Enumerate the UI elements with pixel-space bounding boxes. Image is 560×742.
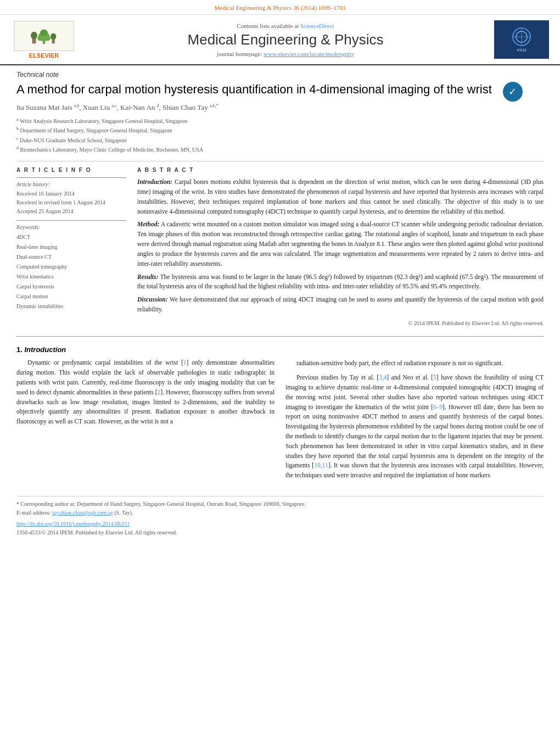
history-label: Article history: [16, 181, 126, 187]
keywords-block: Keywords: 4DCT Real-time imaging Dual-so… [16, 220, 126, 311]
journal-title-text: Medical Engineering & Physics [77, 31, 494, 48]
affiliation-a: a Wrist Analysis Research Laboratory, Si… [16, 116, 544, 126]
received-date: Received 16 January 2014 [16, 189, 126, 198]
keyword-realtime: Real-time imaging [16, 242, 126, 252]
elsevier-tree-icon [27, 28, 60, 44]
elsevier-logo: ELSEVIER [11, 20, 77, 59]
abstract-results: Results: The hysteresis area was found t… [137, 272, 544, 292]
title-section: A method for carpal motion hysteresis qu… [16, 82, 544, 103]
journal-header: ELSEVIER Contents lists available at Sci… [0, 15, 560, 65]
section-name: Introduction [24, 345, 66, 354]
copyright-line: © 2014 IPEM. Published by Elsevier Ltd. … [137, 319, 544, 328]
discussion-text: We have demonstrated that our approach o… [137, 296, 544, 313]
keyword-carpal-hysteresis: Carpal hysteresis [16, 282, 126, 292]
accepted-date: Accepted 25 August 2014 [16, 207, 126, 216]
svg-text:IPEM: IPEM [517, 48, 526, 52]
keyword-dualsource: Dual-source CT [16, 252, 126, 262]
article-title: A method for carpal motion hysteresis qu… [16, 82, 492, 98]
journal-title-block: Contents lists available at ScienceDirec… [77, 23, 494, 57]
intro-text: Carpal bones motions exhibit hysteresis … [137, 178, 544, 214]
svg-point-3 [37, 36, 43, 41]
svg-point-6 [31, 31, 37, 39]
intro-para-2: radiation-sensitive body part, the effec… [285, 359, 544, 369]
abstract-discussion: Discussion: We have demonstrated that ou… [137, 295, 544, 315]
authors-line: Ita Suzana Mat Jais a,b, Xuan Liu a,c, K… [16, 103, 544, 112]
introduction-section: 1. Introduction Dynamic or predynamic ca… [16, 345, 544, 485]
intro-right-text: radiation-sensitive body part, the effec… [285, 359, 544, 481]
sciencedirect-link[interactable]: ScienceDirect [300, 23, 334, 29]
doi-line[interactable]: http://dx.doi.org/10.1016/j.medengphy.20… [16, 520, 544, 528]
body-divider [16, 336, 544, 337]
elsevier-name-text: ELSEVIER [29, 52, 59, 59]
abstract-intro: Introduction: Carpal bones motions exhib… [137, 177, 544, 216]
svg-point-4 [45, 36, 51, 41]
keyword-dynamic: Dynamic instabilities [16, 302, 126, 311]
article-history-block: Article history: Received 16 January 201… [16, 177, 126, 216]
journal-logo-icon: IPEM [500, 23, 544, 56]
affiliation-c: c Duke-NUS Graduate Medical School, Sing… [16, 136, 544, 145]
homepage-text: journal homepage: [217, 51, 262, 57]
article-body: Technical note A method for carpal motio… [0, 65, 560, 548]
issn-line: 1350-4533/© 2014 IPEM. Published by Else… [16, 528, 544, 537]
affiliations-block: a Wrist Analysis Research Laboratory, Si… [16, 116, 544, 154]
discussion-label: Discussion: [137, 296, 168, 303]
revised-date: Received in revised form 1 August 2014 [16, 198, 126, 207]
journal-citation-text: Medical Engineering & Physics 36 (2014) … [215, 4, 345, 11]
results-text: The hysteresis area was found to be larg… [137, 274, 544, 290]
intro-left-text: Dynamic or predynamic carpal instabiliti… [16, 358, 275, 427]
abstract-heading: A B S T R A C T [137, 167, 544, 173]
affiliation-b: b Department of Hand Surgery, Singapore … [16, 126, 544, 135]
intro-left-col: 1. Introduction Dynamic or predynamic ca… [16, 345, 275, 485]
journal-logo: IPEM [494, 20, 549, 59]
affiliation-d: d Biomechanics Laboratory, Mayo Clinic C… [16, 145, 544, 154]
method-text: A cadaveric wrist mounted on a custom mo… [137, 221, 544, 266]
footnotes-area: * Corresponding author at: Department of… [16, 496, 544, 537]
keyword-ct: Computed tomography [16, 262, 126, 272]
article-info-heading: A R T I C L E I N F O [16, 167, 126, 173]
homepage-link[interactable]: www.elsevier.com/locate/medengphy [264, 51, 354, 57]
elsevier-image [14, 21, 74, 51]
contents-available-line: Contents lists available at ScienceDirec… [77, 23, 494, 29]
keyword-wrist: Wrist kinematics [16, 272, 126, 282]
keywords-label: Keywords: [16, 224, 126, 230]
results-label: Results: [137, 274, 158, 280]
article-type-label: Technical note [16, 71, 544, 79]
journal-citation-bar: Medical Engineering & Physics 36 (2014) … [0, 0, 560, 15]
crossmark-badge[interactable] [503, 82, 523, 102]
abstract-col: A B S T R A C T Introduction: Carpal bon… [137, 167, 544, 327]
email-address: E-mail address: tay.shian.chao@sgh.com.s… [16, 509, 544, 517]
contents-text: Contents lists available at [237, 23, 299, 29]
intro-right-col: radiation-sensitive body part, the effec… [285, 345, 544, 485]
section-title: 1. Introduction [16, 345, 275, 354]
abstract-text: Introduction: Carpal bones motions exhib… [137, 177, 544, 327]
header-divider [16, 161, 544, 161]
intro-label: Introduction: [137, 178, 172, 185]
svg-point-2 [40, 29, 48, 36]
article-info-col: A R T I C L E I N F O Article history: R… [16, 167, 126, 327]
svg-point-8 [51, 33, 56, 40]
email-link[interactable]: tay.shian.chao@sgh.com.sg [52, 510, 113, 516]
keyword-carpal-motion: Carpal motion [16, 292, 126, 302]
email-person: (S. Tay). [114, 510, 133, 516]
doi-link[interactable]: http://dx.doi.org/10.1016/j.medengphy.20… [16, 521, 130, 527]
intro-para-1: Dynamic or predynamic carpal instabiliti… [16, 358, 275, 427]
abstract-method: Method: A cadaveric wrist mounted on a c… [137, 220, 544, 269]
corresponding-author: * Corresponding author at: Department of… [16, 500, 544, 509]
section-number: 1. [16, 345, 23, 354]
method-label: Method: [137, 221, 159, 227]
homepage-line: journal homepage: www.elsevier.com/locat… [77, 51, 494, 57]
intro-para-3: Previous studies by Tay et al. [3,4] and… [285, 373, 544, 481]
keyword-4dct: 4DCT [16, 232, 126, 242]
email-label: E-mail address: [16, 510, 52, 516]
article-info-abstract-section: A R T I C L E I N F O Article history: R… [16, 167, 544, 327]
